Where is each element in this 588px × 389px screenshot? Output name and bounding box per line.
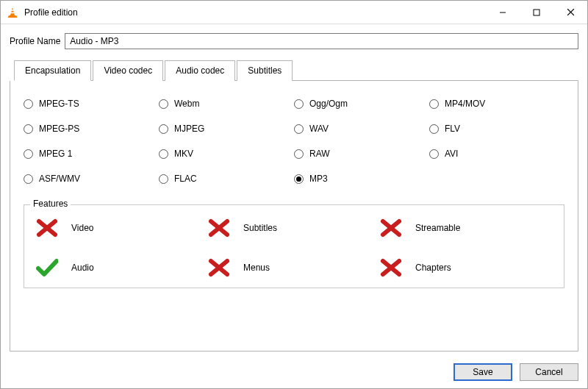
svg-marker-0 (10, 7, 15, 15)
minimize-button[interactable] (486, 1, 520, 24)
radio-label: Webm (174, 99, 199, 109)
feature-streamable: Streamable (380, 218, 552, 238)
radio-icon (24, 124, 33, 134)
window-buttons (486, 1, 587, 24)
feature-menus: Menus (208, 258, 380, 277)
radio-label: WAV (309, 124, 329, 134)
maximize-button[interactable] (520, 1, 553, 24)
radio-mp3[interactable]: MP3 (294, 174, 429, 184)
features-group: Features Video Subtitles Streamable (24, 204, 564, 288)
svg-marker-3 (8, 15, 18, 18)
profile-name-row: Profile Name (10, 33, 578, 49)
radio-icon (159, 149, 168, 159)
radio-label: Ogg/Ogm (309, 99, 348, 109)
radio-empty-slot (429, 174, 564, 184)
radio-webm[interactable]: Webm (159, 99, 294, 109)
check-icon (36, 258, 58, 277)
radio-flv[interactable]: FLV (429, 124, 564, 134)
radio-label: MJPEG (174, 124, 204, 134)
radio-avi[interactable]: AVI (429, 149, 564, 159)
radio-label: ASF/WMV (39, 174, 80, 184)
x-icon (208, 218, 230, 238)
radio-asf[interactable]: ASF/WMV (24, 174, 159, 184)
feature-label: Menus (243, 263, 270, 273)
tab-video-codec[interactable]: Video codec (93, 60, 163, 81)
svg-rect-5 (534, 10, 539, 15)
radio-icon (429, 124, 439, 134)
feature-label: Streamable (415, 223, 460, 233)
radio-ogg[interactable]: Ogg/Ogm (294, 99, 429, 109)
radio-icon (24, 99, 33, 109)
features-legend: Features (30, 199, 71, 209)
feature-chapters: Chapters (380, 258, 552, 277)
feature-audio: Audio (36, 258, 208, 277)
radio-label: AVI (445, 149, 458, 159)
features-grid: Video Subtitles Streamable Audio (36, 218, 552, 277)
radio-mp4[interactable]: MP4/MOV (429, 99, 564, 109)
radio-label: FLAC (174, 174, 197, 184)
radio-label: MPEG-TS (39, 99, 79, 109)
tab-panel-encapsulation: MPEG-TS Webm Ogg/Ogm MP4/MOV MPEG-PS MJP… (10, 81, 578, 351)
radio-icon (429, 99, 439, 109)
radio-label: MP3 (309, 174, 328, 184)
profile-name-label: Profile Name (10, 36, 60, 46)
x-icon (380, 258, 402, 277)
profile-name-input[interactable] (65, 33, 578, 49)
radio-icon (294, 99, 304, 109)
feature-video: Video (36, 218, 208, 238)
feature-label: Video (71, 223, 93, 233)
dialog-footer: Save Cancel (1, 357, 587, 388)
save-button[interactable]: Save (453, 363, 512, 381)
radio-label: RAW (309, 149, 330, 159)
radio-mjpeg[interactable]: MJPEG (159, 124, 294, 134)
radio-mpeg-ts[interactable]: MPEG-TS (24, 99, 159, 109)
encapsulation-options: MPEG-TS Webm Ogg/Ogm MP4/MOV MPEG-PS MJP… (24, 99, 564, 184)
feature-label: Chapters (415, 263, 451, 273)
radio-flac[interactable]: FLAC (159, 174, 294, 184)
x-icon (36, 218, 58, 238)
radio-label: MPEG-PS (39, 124, 79, 134)
svg-rect-2 (10, 12, 14, 13)
tab-encapsulation[interactable]: Encapsulation (14, 60, 91, 81)
radio-icon (159, 124, 168, 134)
radio-label: MPEG 1 (39, 149, 72, 159)
x-icon (208, 258, 230, 277)
tab-audio-codec[interactable]: Audio codec (165, 60, 235, 81)
vlc-cone-icon (7, 7, 18, 18)
tabstrip: Encapsulation Video codec Audio codec Su… (14, 60, 578, 81)
window-title: Profile edition (24, 7, 78, 18)
radio-wav[interactable]: WAV (294, 124, 429, 134)
radio-raw[interactable]: RAW (294, 149, 429, 159)
titlebar: Profile edition (1, 1, 587, 24)
radio-icon (159, 174, 168, 184)
tab-subtitles[interactable]: Subtitles (237, 60, 293, 81)
radio-mpeg1[interactable]: MPEG 1 (24, 149, 159, 159)
close-button[interactable] (553, 1, 587, 24)
feature-label: Audio (71, 263, 94, 273)
feature-subtitles: Subtitles (208, 218, 380, 238)
radio-mkv[interactable]: MKV (159, 149, 294, 159)
feature-label: Subtitles (243, 223, 277, 233)
radio-icon (294, 174, 304, 184)
radio-icon (294, 124, 304, 134)
cancel-button[interactable]: Cancel (520, 363, 578, 381)
radio-label: MKV (174, 149, 193, 159)
client-area: Profile Name Encapsulation Video codec A… (1, 24, 587, 357)
window: Profile edition Profile Name Encapsulati… (0, 0, 588, 389)
x-icon (380, 218, 402, 238)
radio-icon (429, 149, 439, 159)
radio-label: FLV (445, 124, 460, 134)
radio-label: MP4/MOV (445, 99, 485, 109)
radio-mpeg-ps[interactable]: MPEG-PS (24, 124, 159, 134)
radio-icon (294, 149, 304, 159)
radio-icon (24, 149, 33, 159)
svg-rect-1 (11, 10, 14, 11)
radio-icon (159, 99, 168, 109)
radio-icon (24, 174, 33, 184)
